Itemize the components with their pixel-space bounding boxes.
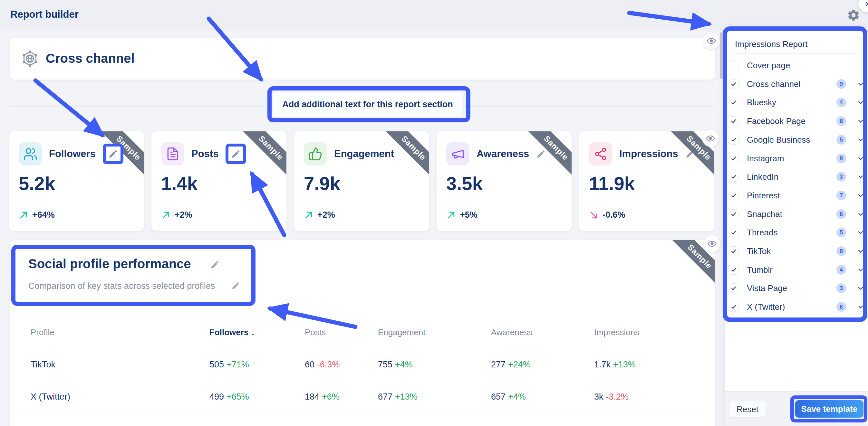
sidebar-item-pinterest[interactable]: Pinterest 7 <box>729 188 864 202</box>
table-row-profile: TikTok <box>31 360 55 370</box>
sidebar-item-label: Snapchat <box>747 207 782 221</box>
edit-stat-button[interactable] <box>225 143 246 164</box>
column-header-awareness[interactable]: Awareness <box>491 327 532 337</box>
row-divider <box>19 414 706 415</box>
chevron-down-icon[interactable] <box>857 154 865 163</box>
chevron-down-icon[interactable] <box>857 266 865 274</box>
checkbox[interactable] <box>729 209 739 219</box>
sidebar-item-label: TikTok <box>747 244 771 258</box>
column-header-engagement[interactable]: Engagement <box>378 327 425 337</box>
checkbox[interactable] <box>729 246 739 256</box>
save-template-button[interactable]: Save template <box>795 400 864 418</box>
check-icon <box>730 80 737 88</box>
count-badge: 4 <box>836 98 846 107</box>
column-header-followers[interactable]: Followers ↓ <box>210 327 255 337</box>
stat-card-engagement: Sample Engagement 7.9k +2% <box>294 131 429 231</box>
table-cell: 677+13% <box>378 392 417 402</box>
chevron-down-icon[interactable] <box>857 191 865 200</box>
table-section-title: Social profile performance <box>28 257 191 271</box>
trend-up-icon <box>446 210 456 220</box>
edit-title-button[interactable] <box>210 260 220 269</box>
sidebar-item-label: Vista Page <box>747 281 787 295</box>
column-header-posts[interactable]: Posts <box>305 327 326 337</box>
chevron-down-icon[interactable] <box>857 210 865 218</box>
report-name-input[interactable] <box>729 35 860 54</box>
toggle-section-visibility-button[interactable] <box>703 33 720 49</box>
checkbox[interactable] <box>729 265 739 275</box>
sidebar-item-threads[interactable]: Threads 5 <box>729 225 864 239</box>
template-sidebar: Cover page Cross channel 9 Bluesky 4 Fac… <box>725 28 868 426</box>
checkbox[interactable] <box>729 191 739 200</box>
stat-value: 1.4k <box>161 173 197 194</box>
users-icon <box>19 142 42 165</box>
sidebar-item-x-twitter[interactable]: X (Twitter) 6 <box>729 300 864 314</box>
checkbox[interactable] <box>729 154 739 163</box>
sidebar-item-cross-channel[interactable]: Cross channel 9 <box>729 77 864 91</box>
sidebar-item-instagram[interactable]: Instagram 9 <box>729 151 864 165</box>
sample-badge: Sample <box>374 131 429 188</box>
table-cell: 3k-3.2% <box>594 392 629 402</box>
check-icon <box>730 136 737 143</box>
checkbox[interactable] <box>729 116 739 126</box>
sidebar-item-label: Instagram <box>747 151 784 165</box>
checkbox[interactable] <box>729 283 739 293</box>
sample-badge: Sample <box>517 131 571 188</box>
edit-stat-button[interactable] <box>103 143 123 164</box>
check-icon <box>730 303 737 310</box>
sidebar-item-bluesky[interactable]: Bluesky 4 <box>729 95 864 109</box>
reset-button[interactable]: Reset <box>729 401 766 418</box>
sidebar-item-google-business[interactable]: Google Business 5 <box>729 133 864 147</box>
chevron-down-icon[interactable] <box>857 284 865 292</box>
section-title: Cross channel <box>46 51 135 66</box>
sidebar-item-facebook-page[interactable]: Facebook Page 8 <box>729 114 864 128</box>
stat-value: 5.2k <box>19 173 55 194</box>
sample-ribbon: Sample <box>514 131 571 189</box>
column-header-impressions[interactable]: Impressions <box>594 327 639 337</box>
checkbox[interactable] <box>729 61 739 70</box>
chevron-down-icon[interactable] <box>857 98 865 106</box>
table-section-subtitle: Comparison of key stats across selected … <box>28 281 215 291</box>
add-text-button[interactable]: Add additional text for this report sect… <box>273 92 462 117</box>
cross-channel-section: Cross channel <box>10 38 715 79</box>
toggle-section-visibility-button[interactable] <box>702 130 719 147</box>
checkbox[interactable] <box>729 135 739 144</box>
stat-delta: +2% <box>304 210 335 220</box>
sidebar-item-linkedin[interactable]: LinkedIn 3 <box>729 170 864 184</box>
sidebar-item-snapchat[interactable]: Snapchat 6 <box>729 207 864 221</box>
edit-subtitle-button[interactable] <box>231 281 240 290</box>
sidebar-item-vista-page[interactable]: Vista Page 3 <box>729 281 864 295</box>
count-badge: 6 <box>836 302 846 312</box>
chevron-down-icon[interactable] <box>857 303 865 311</box>
checkbox[interactable] <box>729 172 739 182</box>
top-bar: Report builder <box>0 0 868 31</box>
toggle-section-visibility-button[interactable] <box>704 235 720 252</box>
chevron-down-icon[interactable] <box>857 228 865 237</box>
page-title: Report builder <box>10 9 79 20</box>
check-icon <box>730 173 737 180</box>
count-badge: 6 <box>836 209 846 219</box>
row-divider <box>19 350 706 350</box>
check-icon <box>730 192 737 199</box>
check-icon <box>730 266 737 273</box>
table-cell: 60-6.3% <box>305 360 340 370</box>
chevron-down-icon[interactable] <box>857 247 865 255</box>
network-globe-icon <box>21 50 39 67</box>
checkbox[interactable] <box>729 228 739 237</box>
sidebar-item-cover-page[interactable]: Cover page <box>729 58 864 72</box>
count-badge: 3 <box>836 172 846 182</box>
count-badge: 9 <box>836 154 846 163</box>
checkbox[interactable] <box>729 79 739 89</box>
chevron-down-icon[interactable] <box>857 173 865 181</box>
check-icon <box>730 248 737 255</box>
chevron-down-icon[interactable] <box>857 80 865 88</box>
chevron-down-icon[interactable] <box>857 136 865 144</box>
gear-icon[interactable] <box>847 8 860 22</box>
chevron-down-icon[interactable] <box>857 117 865 125</box>
sidebar-item-tiktok[interactable]: TikTok 8 <box>729 244 864 258</box>
scrollbar[interactable] <box>720 32 723 79</box>
checkbox[interactable] <box>729 98 739 107</box>
thumbs-up-icon <box>304 142 327 165</box>
sidebar-item-tumblr[interactable]: Tumblr 4 <box>729 263 864 277</box>
stat-value: 11.9k <box>589 173 635 194</box>
checkbox[interactable] <box>729 302 739 312</box>
